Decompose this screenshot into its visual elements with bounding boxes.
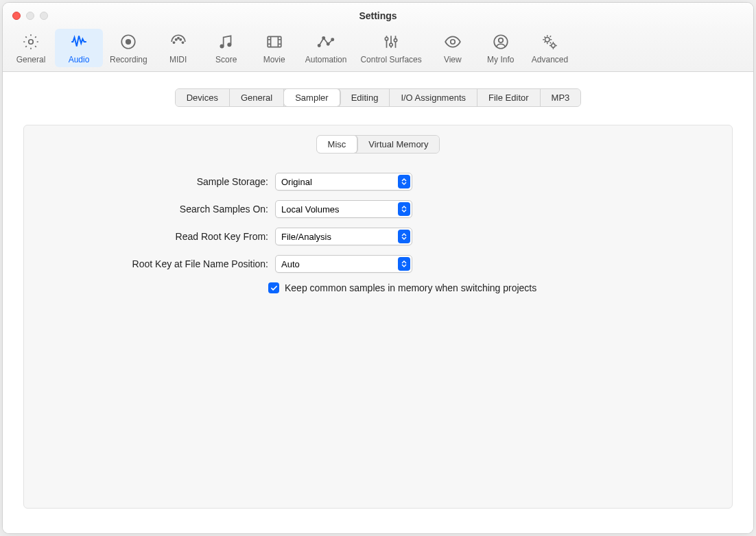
toolbar-item-movie[interactable]: Movie (250, 29, 298, 67)
tab-editing[interactable]: Editing (340, 89, 390, 106)
svg-point-14 (331, 38, 333, 40)
tab-io-assignments[interactable]: I/O Assignments (390, 89, 477, 106)
toolbar-label: Advanced (532, 55, 568, 64)
svg-rect-10 (268, 36, 281, 47)
toolbar: General Audio Recording MIDI Score (3, 29, 753, 72)
tab-devices[interactable]: Devices (176, 89, 230, 106)
chevron-up-down-icon (398, 202, 410, 216)
subtab-misc[interactable]: Misc (317, 136, 358, 153)
toolbar-label: Movie (263, 55, 285, 64)
svg-point-22 (552, 44, 555, 47)
svg-point-6 (182, 42, 183, 43)
svg-point-0 (29, 40, 34, 45)
select-value: Auto (281, 259, 300, 269)
toolbar-label: Automation (305, 55, 347, 64)
sliders-icon (382, 33, 400, 53)
chevron-up-down-icon (398, 175, 410, 188)
eye-icon (444, 33, 462, 53)
minimize-window-button[interactable] (26, 12, 34, 20)
tab-file-editor[interactable]: File Editor (477, 89, 541, 106)
chevron-up-down-icon (398, 257, 410, 271)
waveform-icon (70, 33, 88, 53)
zoom-window-button[interactable] (40, 12, 48, 20)
svg-point-4 (175, 39, 176, 40)
toolbar-item-general[interactable]: General (7, 29, 55, 67)
read-root-key-label: Read Root Key From: (56, 231, 268, 242)
toolbar-item-control-surfaces[interactable]: Control Surfaces (353, 29, 428, 67)
keep-samples-label: Keep common samples in memory when switc… (285, 282, 536, 293)
svg-point-9 (228, 43, 231, 46)
window-title: Settings (359, 10, 397, 21)
tab-mp3[interactable]: MP3 (541, 89, 581, 106)
user-circle-icon (492, 33, 510, 53)
tab-sampler[interactable]: Sampler (284, 89, 340, 106)
svg-point-7 (178, 38, 179, 39)
root-key-position-label: Root Key at File Name Position: (56, 258, 268, 269)
audio-tabs: Devices General Sampler Editing I/O Assi… (175, 88, 582, 107)
svg-point-13 (327, 43, 329, 45)
toolbar-label: General (16, 55, 46, 64)
record-icon (119, 33, 137, 53)
toolbar-label: MIDI (169, 55, 187, 64)
toolbar-label: Audio (69, 55, 90, 64)
sample-storage-select[interactable]: Original (275, 173, 412, 191)
window-controls (12, 12, 48, 20)
gears-icon (541, 33, 558, 53)
svg-point-3 (173, 42, 174, 43)
sampler-form: Sample Storage: Original Search Samples … (56, 173, 711, 273)
toolbar-item-view[interactable]: View (429, 29, 477, 67)
search-samples-label: Search Samples On: (56, 204, 268, 215)
search-samples-select[interactable]: Local Volumes (275, 200, 412, 218)
toolbar-item-score[interactable]: Score (202, 29, 250, 67)
tab-general[interactable]: General (230, 89, 284, 106)
toolbar-label: View (444, 55, 462, 64)
root-key-position-select[interactable]: Auto (275, 255, 412, 273)
subtab-virtual-memory[interactable]: Virtual Memory (357, 136, 439, 153)
toolbar-label: My Info (487, 55, 514, 64)
chevron-up-down-icon (398, 230, 410, 243)
keep-samples-checkbox-row: Keep common samples in memory when switc… (268, 282, 711, 293)
toolbar-item-advanced[interactable]: Advanced (525, 29, 575, 67)
toolbar-item-my-info[interactable]: My Info (477, 29, 525, 67)
read-root-key-select[interactable]: File/Analysis (275, 228, 412, 245)
svg-point-8 (220, 45, 223, 47)
sample-storage-label: Sample Storage: (56, 176, 268, 187)
toolbar-label: Score (215, 55, 237, 64)
svg-point-20 (499, 38, 504, 43)
close-window-button[interactable] (12, 12, 21, 20)
content-area: Devices General Sampler Editing I/O Assi… (3, 72, 753, 533)
toolbar-label: Recording (110, 55, 147, 64)
select-value: File/Analysis (281, 232, 331, 242)
gear-icon (22, 33, 40, 53)
toolbar-item-recording[interactable]: Recording (103, 29, 154, 67)
select-value: Local Volumes (281, 204, 340, 215)
film-icon (265, 33, 283, 53)
titlebar: Settings (3, 3, 753, 29)
svg-point-17 (394, 39, 397, 42)
svg-point-2 (126, 40, 131, 45)
svg-point-12 (322, 37, 324, 39)
toolbar-item-midi[interactable]: MIDI (154, 29, 202, 67)
sampler-subtabs: Misc Virtual Memory (316, 135, 440, 154)
select-value: Original (281, 177, 312, 187)
svg-point-5 (180, 39, 181, 40)
svg-point-18 (451, 40, 456, 45)
toolbar-label: Control Surfaces (360, 55, 421, 64)
keep-samples-checkbox[interactable] (268, 282, 279, 293)
settings-window: Settings General Audio Recording MIDI (2, 2, 754, 534)
midi-icon (169, 33, 187, 53)
toolbar-item-automation[interactable]: Automation (298, 29, 354, 67)
toolbar-item-audio[interactable]: Audio (55, 29, 103, 67)
svg-point-15 (385, 38, 388, 40)
sampler-panel: Misc Virtual Memory Sample Storage: Orig… (23, 125, 733, 509)
music-notes-icon (217, 33, 235, 53)
svg-point-16 (390, 43, 392, 46)
svg-point-21 (545, 38, 550, 42)
automation-icon (317, 33, 335, 53)
svg-point-11 (318, 45, 320, 47)
